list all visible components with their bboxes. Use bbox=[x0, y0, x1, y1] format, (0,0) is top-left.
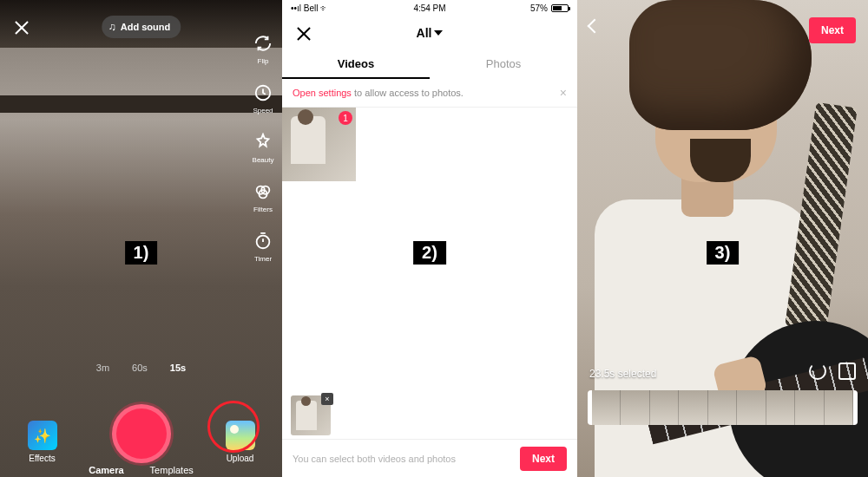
add-sound-button[interactable]: ♫ Add sound bbox=[102, 16, 181, 38]
upload-button[interactable]: Upload bbox=[226, 421, 255, 463]
tab-videos[interactable]: Videos bbox=[282, 50, 430, 79]
bottom-controls: ✨ Effects Upload bbox=[0, 404, 282, 463]
speed-label: Speed bbox=[253, 107, 273, 114]
remove-selection-button[interactable]: × bbox=[321, 393, 333, 405]
music-note-icon: ♫ bbox=[108, 21, 116, 33]
duration-15s[interactable]: 15s bbox=[170, 363, 186, 373]
gallery-header: All bbox=[282, 16, 577, 50]
status-time: 4:54 PM bbox=[413, 3, 445, 13]
crop-icon[interactable] bbox=[838, 363, 856, 380]
battery-icon bbox=[551, 4, 569, 12]
effects-label: Effects bbox=[29, 454, 55, 463]
duration-options: 3m 60s 15s bbox=[0, 363, 282, 373]
timeline-frame bbox=[621, 390, 649, 425]
timer-icon bbox=[251, 229, 275, 253]
effects-button[interactable]: ✨ Effects bbox=[28, 421, 57, 463]
media-grid: 1 bbox=[282, 108, 577, 185]
footer-hint: You can select both videos and photos bbox=[293, 454, 456, 464]
timeline-frame bbox=[737, 390, 766, 425]
record-button[interactable] bbox=[112, 404, 171, 463]
timeline-frame bbox=[679, 390, 707, 425]
thumb-head bbox=[298, 109, 313, 125]
video-thumbnail[interactable]: 1 bbox=[282, 108, 356, 181]
selected-duration-label: 23.5s selected bbox=[589, 368, 656, 380]
rotate-icon[interactable] bbox=[809, 363, 826, 380]
flip-icon bbox=[251, 31, 275, 56]
dismiss-banner-button[interactable]: × bbox=[560, 86, 567, 100]
album-label: All bbox=[417, 26, 432, 40]
filters-icon bbox=[251, 180, 275, 204]
speed-icon bbox=[251, 81, 275, 105]
trim-timeline[interactable] bbox=[588, 390, 858, 425]
mode-bar: Camera Templates bbox=[0, 465, 282, 475]
filters-label: Filters bbox=[253, 206, 273, 213]
effects-icon: ✨ bbox=[28, 421, 57, 450]
status-bar: ••ıl Bell ᯤ 4:54 PM 57% bbox=[282, 0, 577, 16]
svg-point-4 bbox=[257, 236, 270, 249]
beauty-tool[interactable]: Beauty bbox=[251, 130, 275, 164]
step-2-label: 2) bbox=[413, 241, 446, 265]
trim-tools bbox=[809, 363, 856, 380]
tab-photos[interactable]: Photos bbox=[430, 50, 577, 79]
back-button[interactable] bbox=[589, 21, 600, 31]
battery-indicator: 57% bbox=[530, 3, 569, 13]
close-icon bbox=[12, 17, 31, 36]
flip-label: Flip bbox=[258, 57, 269, 65]
carrier-label: ••ıl Bell ᯤ bbox=[291, 3, 329, 13]
beauty-icon bbox=[251, 130, 275, 154]
selection-tray: × bbox=[282, 392, 577, 439]
thumb-head bbox=[301, 396, 311, 406]
gallery-footer: You can select both videos and photos Ne… bbox=[282, 439, 577, 477]
flip-tool[interactable]: Flip bbox=[251, 31, 275, 65]
speed-tool[interactable]: Speed bbox=[251, 81, 275, 114]
camera-shelf-edge bbox=[0, 95, 282, 113]
mode-templates[interactable]: Templates bbox=[150, 465, 194, 475]
add-sound-label: Add sound bbox=[121, 22, 170, 32]
selection-badge: 1 bbox=[339, 111, 352, 125]
duration-60s[interactable]: 60s bbox=[132, 363, 148, 373]
timeline-frame bbox=[825, 390, 853, 425]
side-tools: Flip Speed Beauty Filters Timer bbox=[251, 31, 275, 263]
step-3-label: 3) bbox=[707, 241, 740, 265]
timeline-frame bbox=[650, 390, 679, 425]
timeline-frame bbox=[766, 390, 795, 425]
close-icon bbox=[294, 23, 313, 42]
close-button[interactable] bbox=[294, 23, 313, 42]
open-settings-link[interactable]: Open settings bbox=[293, 88, 352, 98]
selected-thumbnail[interactable]: × bbox=[291, 395, 331, 435]
next-button[interactable]: Next bbox=[520, 447, 567, 471]
timer-label: Timer bbox=[254, 255, 272, 263]
mode-camera[interactable]: Camera bbox=[89, 465, 123, 475]
filters-tool[interactable]: Filters bbox=[251, 180, 275, 213]
timer-tool[interactable]: Timer bbox=[251, 229, 275, 263]
preview-beard bbox=[690, 139, 751, 182]
close-button[interactable] bbox=[12, 17, 31, 36]
permissions-text: Open settings to allow access to photos. bbox=[293, 88, 464, 98]
record-icon bbox=[112, 404, 171, 463]
beauty-label: Beauty bbox=[253, 156, 274, 164]
upload-icon bbox=[226, 421, 255, 450]
chevron-left-icon bbox=[588, 19, 602, 34]
next-button[interactable]: Next bbox=[809, 17, 856, 43]
timeline-frame bbox=[592, 390, 621, 425]
chevron-down-icon bbox=[434, 30, 443, 36]
timeline-frame bbox=[795, 390, 824, 425]
trim-screen: Next 3) 23.5s selected bbox=[577, 0, 868, 477]
timeline-frame bbox=[708, 390, 737, 425]
step-1-label: 1) bbox=[125, 241, 158, 265]
permissions-banner: Open settings to allow access to photos.… bbox=[282, 79, 577, 108]
camera-screen: ♫ Add sound Flip Speed Beauty Filters Ti… bbox=[0, 0, 282, 477]
gallery-screen: ••ıl Bell ᯤ 4:54 PM 57% All Videos Photo… bbox=[282, 0, 577, 477]
media-tabs: Videos Photos bbox=[282, 50, 577, 79]
duration-3m[interactable]: 3m bbox=[96, 363, 109, 373]
album-selector[interactable]: All bbox=[417, 26, 444, 40]
upload-label: Upload bbox=[227, 454, 254, 463]
preview-hair bbox=[629, 0, 812, 130]
